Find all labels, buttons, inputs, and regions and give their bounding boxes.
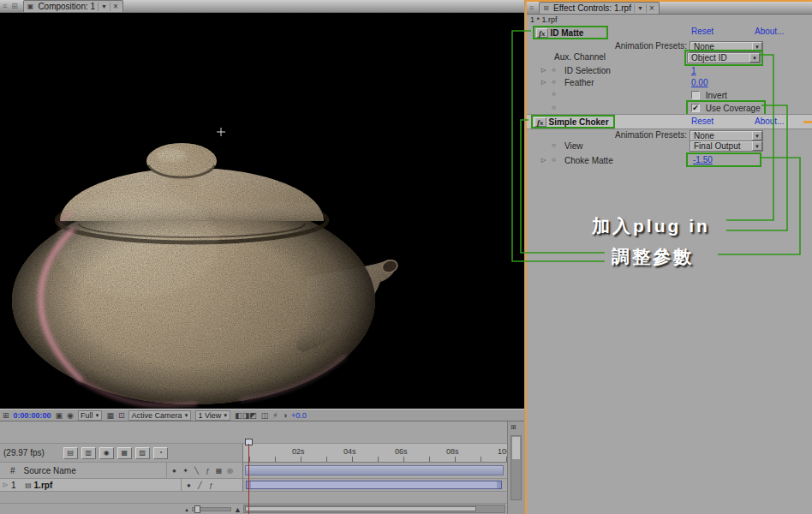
id-selection-value[interactable]: 1	[691, 66, 696, 75]
show-channels-icon[interactable]: ◉	[67, 411, 74, 420]
view-layout-value: 1 View	[198, 411, 221, 420]
effect-header-id-matte[interactable]: fx ID Matte Reset About...	[527, 25, 812, 40]
magnification-dropdown[interactable]: Full ▼	[78, 410, 102, 421]
exposure-value[interactable]: +0.0	[291, 411, 307, 420]
solo-column-icon[interactable]: ✦	[180, 467, 191, 475]
simple-choker-presets-row: Animation Presets: None ▼	[527, 129, 812, 141]
tab-close-icon[interactable]: ×	[646, 4, 657, 13]
id-selection-label: ID Selection	[564, 66, 611, 75]
tab-composition[interactable]: ▣ Composition: 1 ▼ ×	[23, 0, 123, 12]
brush-icon: ▨	[140, 449, 146, 457]
panel-button-icon[interactable]: ⊞	[510, 423, 516, 431]
transparency-grid-icon[interactable]: ⊡	[118, 411, 125, 420]
fx-column-icon[interactable]: ƒ	[202, 467, 213, 475]
zoom-slider[interactable]	[192, 507, 231, 511]
view-value: Final Output	[694, 141, 740, 151]
stopwatch-icon[interactable]: ○	[552, 90, 556, 98]
panel-grip-icon[interactable]: ≡	[527, 3, 535, 12]
effect-header-simple-choker[interactable]: fx Simple Choker Reset About...	[527, 114, 812, 129]
twirl-icon[interactable]: ▷	[541, 157, 546, 164]
current-time-indicator[interactable]	[248, 444, 249, 514]
work-area-bar[interactable]	[245, 465, 504, 475]
tab-menu-icon[interactable]: ▼	[98, 3, 110, 11]
panel-grip-icon[interactable]: ≡	[0, 2, 9, 10]
layer-quality-icon[interactable]: ╱	[194, 481, 206, 489]
cursor-crosshair-icon	[217, 128, 225, 136]
aux-channel-dropdown[interactable]: Object ID ▼	[687, 52, 761, 63]
view-dropdown[interactable]: Final Output ▼	[690, 140, 763, 152]
layer-video-icon[interactable]: ●	[183, 481, 194, 489]
vertical-scrollbar[interactable]	[510, 435, 522, 500]
live-update-button[interactable]: ◉	[99, 447, 114, 459]
tab-menu-icon[interactable]: ▼	[634, 4, 646, 13]
stopwatch-icon[interactable]: ○	[552, 156, 556, 164]
view-layout-dropdown[interactable]: 1 View ▼	[195, 410, 230, 421]
lock-column-icon[interactable]: ╲	[191, 467, 202, 475]
dropdown-arrow-icon: ▼	[749, 53, 760, 63]
magnification-value: Full	[81, 411, 93, 420]
exposure-icon[interactable]: ◑	[283, 411, 287, 420]
use-coverage-checkbox[interactable]: ✔	[691, 104, 700, 112]
choke-matte-value[interactable]: -1.50	[693, 155, 713, 164]
twirl-icon[interactable]: ▷	[541, 79, 546, 86]
index-column-header[interactable]: #	[10, 466, 15, 475]
source-name-column-header[interactable]: Source Name	[24, 466, 76, 475]
pin-button[interactable]: ◔	[153, 447, 168, 459]
tab-effect-controls[interactable]: ⊞ Effect Controls: 1.rpf ▼ ×	[539, 2, 659, 14]
eye-column-icon[interactable]: ●	[169, 467, 180, 475]
about-link[interactable]: About...	[755, 27, 784, 36]
viewer-toolbar: ⊞ 0:00:00:00 ▣ ◉ Full ▼ ▦ ⊡ Active Camer…	[0, 409, 524, 421]
layer-twirl-icon[interactable]: ▷	[0, 481, 11, 488]
presets-value: None	[694, 131, 714, 140]
pin-icon: ◔	[158, 449, 163, 457]
tab-close-icon[interactable]: ×	[110, 3, 121, 11]
stopwatch-icon[interactable]: ○	[552, 66, 556, 74]
feather-value[interactable]: 0.00	[691, 78, 708, 87]
layer-duration-bar[interactable]	[246, 481, 502, 489]
invert-label: Invert	[706, 91, 727, 100]
current-timecode[interactable]: 0:00:00:00	[14, 411, 51, 420]
grid-guides-icon[interactable]: ⊞	[3, 411, 9, 420]
stopwatch-icon[interactable]: ○	[552, 141, 556, 149]
feather-label: Feather	[564, 78, 594, 87]
reset-link[interactable]: Reset	[691, 27, 713, 36]
pixel-aspect-icon[interactable]: ◫	[261, 411, 269, 420]
draft3d-button[interactable]: ▥	[81, 447, 96, 459]
stopwatch-icon[interactable]: ○	[552, 78, 556, 86]
motion-blur-column-icon[interactable]: ◎	[224, 467, 236, 475]
zoom-in-icon[interactable]: ▲	[234, 505, 242, 514]
vscroll-thumb[interactable]	[512, 437, 520, 459]
layer-fx-icon[interactable]: ƒ	[206, 481, 217, 489]
twirl-icon[interactable]: ▷	[541, 67, 546, 74]
graph-editor-button[interactable]: ▦	[117, 447, 132, 459]
flowchart-button[interactable]: ▤	[63, 447, 78, 459]
effect-name: ID Matte	[548, 28, 587, 38]
use-coverage-label: Use Coverage	[706, 104, 761, 113]
layer-track-1[interactable]	[242, 479, 507, 492]
reset-link[interactable]: Reset	[691, 117, 713, 126]
timeline-column-header: # Source Name ● ✦ ╲ ƒ ▦ ◎	[0, 463, 242, 479]
zoom-out-icon[interactable]: ▲	[184, 507, 189, 512]
hscroll-thumb[interactable]	[245, 506, 476, 511]
choke-matte-row: ▷ ○ Choke Matte -1.50	[527, 152, 812, 167]
horizontal-scrollbar[interactable]	[243, 505, 505, 513]
brush-button[interactable]: ▨	[135, 447, 150, 459]
ruler-tick-label: 02s	[292, 447, 305, 456]
work-area-track[interactable]	[242, 463, 507, 479]
time-ruler[interactable]: 02s 04s 06s 08s 10s	[242, 444, 507, 463]
invert-checkbox[interactable]	[691, 91, 700, 99]
id-selection-row: ▷ ○ ID Selection 1	[527, 65, 812, 77]
composition-viewport[interactable]	[0, 13, 524, 409]
layer-row-1[interactable]: ▷ 1 ▤ 1.rpf ● ╱ ƒ	[0, 479, 242, 492]
view-layout-buttons-icon[interactable]: ◧◨◩	[235, 411, 257, 420]
roi-icon[interactable]: ▦	[106, 411, 114, 420]
layer-out-handle[interactable]	[497, 481, 501, 488]
camera-dropdown[interactable]: Active Camera ▼	[128, 410, 191, 421]
layer-source-name[interactable]: 1.rpf	[34, 481, 53, 490]
graph-editor-icon: ▦	[122, 449, 128, 457]
stopwatch-icon[interactable]: ○	[552, 104, 556, 111]
snapshot-icon[interactable]: ▣	[56, 411, 63, 420]
about-link[interactable]: About...	[755, 117, 784, 126]
fast-preview-icon[interactable]: ⚡	[272, 411, 278, 420]
frame-blend-column-icon[interactable]: ▦	[213, 467, 224, 475]
